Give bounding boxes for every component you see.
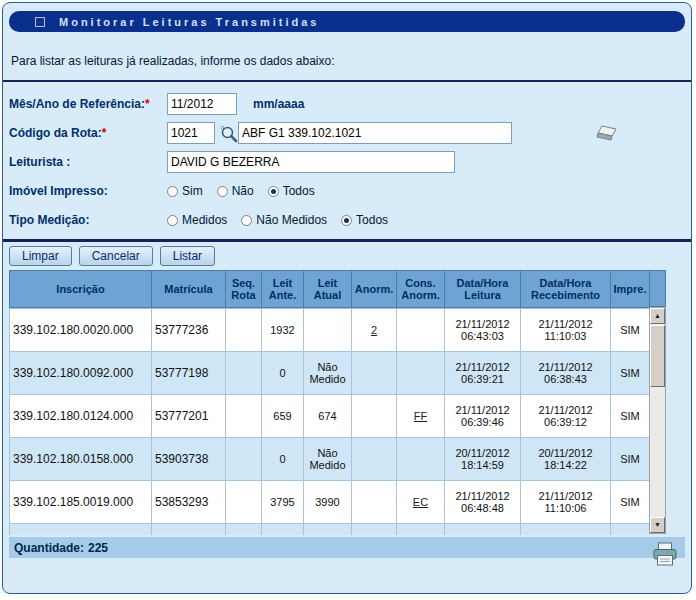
col-header-data-recebimento: Data/Hora Recebimento (521, 271, 611, 308)
intro-text: Para listar as leituras já realizadas, i… (11, 54, 683, 68)
cell-seq-rota (226, 438, 262, 481)
radio-label: Não (232, 184, 254, 198)
readings-table-body: 339.102.180.0020.000537772361932221/11/2… (10, 309, 650, 536)
cell-leit-ante: 3795 (262, 481, 304, 524)
radio-option-sim[interactable]: Sim (167, 184, 203, 198)
scrollbar-down-button[interactable]: ▼ (650, 517, 665, 533)
print-button[interactable] (652, 542, 679, 570)
cell-cons-anorm (397, 438, 445, 481)
mes-ano-label: Mês/Ano de Referência:* (9, 97, 167, 111)
tipo-medicao-radio-group: MedidosNão MedidosTodos (167, 213, 388, 227)
leiturista-label: Leiturista : (9, 155, 167, 169)
cell-inscricao: 339.102.180.0020.000 (10, 309, 152, 352)
cell-data-recebimento: 21/11/2012 06:39:12 (521, 395, 611, 438)
readings-table-header: Inscrição Matrícula Seq. Rota Leit Ante.… (9, 270, 650, 308)
scrollbar-thumb[interactable] (650, 325, 665, 387)
cell-data-leitura: 21/11/2012 06:39:21 (445, 352, 521, 395)
cell-cons-anorm: FF (397, 395, 445, 438)
cell-leit-atual: 674 (304, 395, 352, 438)
filter-form: Mês/Ano de Referência:* mm/aaaa Código d… (3, 82, 691, 231)
cell-impre: SIM (611, 481, 650, 524)
cons-anorm-link[interactable]: FF (414, 410, 427, 422)
label-text: Leiturista : (9, 155, 70, 169)
limpar-button[interactable]: Limpar (9, 246, 72, 266)
radio-option-todos[interactable]: Todos (268, 184, 315, 198)
col-header-matricula: Matrícula (152, 271, 226, 308)
cell-impre: SIM (611, 395, 650, 438)
cancelar-button[interactable]: Cancelar (79, 246, 153, 266)
cell-impre: SIM (611, 352, 650, 395)
rota-description-field (238, 122, 512, 144)
cell-matricula: 53777260 (152, 524, 226, 536)
vertical-scrollbar[interactable]: ▲ ▼ (649, 307, 666, 534)
required-mark: * (145, 97, 150, 111)
label-text: Mês/Ano de Referência: (9, 97, 145, 111)
table-row: 339.102.185.0019.0005385329337953990EC21… (10, 481, 650, 524)
cell-inscricao: 339.102.180.0158.000 (10, 438, 152, 481)
clear-rota-button[interactable] (596, 125, 617, 142)
quantidade-value: 225 (88, 541, 108, 555)
radio-icon (217, 186, 228, 197)
radio-icon (167, 215, 178, 226)
anorm-link[interactable]: 2 (371, 324, 377, 336)
table-footer: Quantidade: 225 (9, 537, 685, 571)
titlebar-square-icon (35, 17, 45, 27)
radio-icon (241, 215, 252, 226)
col-header-data-leitura: Data/Hora Leitura (445, 271, 521, 308)
cell-anorm (352, 395, 397, 438)
cell-inscricao: 339.102.180.0124.000 (10, 395, 152, 438)
eraser-icon (596, 125, 617, 142)
table-row: 339.102.185.0027.0005377726015415421/11/… (10, 524, 650, 536)
radio-option-não[interactable]: Não (217, 184, 254, 198)
radio-option-todos[interactable]: Todos (341, 213, 388, 227)
radio-label: Todos (283, 184, 315, 198)
mes-ano-input[interactable] (167, 93, 237, 115)
button-bar: Limpar Cancelar Listar (3, 242, 691, 268)
scrollbar-up-button[interactable]: ▲ (650, 308, 665, 324)
cell-anorm: 2 (352, 309, 397, 352)
header-row: Inscrição Matrícula Seq. Rota Leit Ante.… (10, 271, 650, 308)
cell-leit-ante: 0 (262, 438, 304, 481)
cell-cons-anorm (397, 352, 445, 395)
cell-seq-rota (226, 481, 262, 524)
cell-anorm (352, 524, 397, 536)
cons-anorm-link[interactable]: EC (413, 496, 428, 508)
mes-ano-format-hint: mm/aaaa (253, 97, 304, 111)
label-text: Imóvel Impresso: (9, 184, 108, 198)
page-title: Monitorar Leituras Transmitidas (59, 16, 319, 28)
label-text: Tipo Medição: (9, 213, 89, 227)
codigo-rota-input[interactable] (167, 122, 215, 144)
cell-seq-rota (226, 352, 262, 395)
cell-leit-atual: 3990 (304, 481, 352, 524)
cell-data-leitura: 21/11/2012 06:48:48 (445, 481, 521, 524)
header-filler (649, 270, 666, 307)
cell-seq-rota (226, 309, 262, 352)
cell-data-leitura: 20/11/2012 18:14:59 (445, 438, 521, 481)
cell-cons-anorm: EC (397, 481, 445, 524)
radio-option-medidos[interactable]: Medidos (167, 213, 227, 227)
tipo-medicao-label: Tipo Medição: (9, 213, 167, 227)
listar-button[interactable]: Listar (160, 246, 215, 266)
radio-option-não-medidos[interactable]: Não Medidos (241, 213, 327, 227)
cell-data-leitura: 21/11/2012 06:44:32 (445, 524, 521, 536)
cell-anorm (352, 438, 397, 481)
table-scroll-area[interactable]: 339.102.180.0020.000537772361932221/11/2… (9, 308, 649, 535)
cell-seq-rota (226, 395, 262, 438)
cell-inscricao: 339.102.185.0019.000 (10, 481, 152, 524)
leiturista-row: Leiturista : (9, 151, 685, 173)
title-bar: Monitorar Leituras Transmitidas (9, 11, 685, 32)
imovel-impresso-row: Imóvel Impresso: SimNãoTodos (9, 180, 685, 202)
radio-icon (167, 186, 178, 197)
col-header-leit-ante: Leit Ante. (262, 271, 304, 308)
table-row: 339.102.180.0092.000537771980Não Medido2… (10, 352, 650, 395)
readings-table: Inscrição Matrícula Seq. Rota Leit Ante.… (9, 270, 666, 535)
label-text: Código da Rota: (9, 126, 102, 140)
leiturista-field (167, 151, 455, 173)
radio-icon (341, 215, 352, 226)
cell-data-recebimento: 21/11/2012 06:38:43 (521, 352, 611, 395)
lookup-rota-button[interactable] (219, 124, 238, 143)
cell-data-recebimento: 21/11/2012 11:10:03 (521, 309, 611, 352)
radio-label: Medidos (182, 213, 227, 227)
table-row: 339.102.180.0158.000539037380Não Medido2… (10, 438, 650, 481)
cell-leit-ante: 0 (262, 352, 304, 395)
